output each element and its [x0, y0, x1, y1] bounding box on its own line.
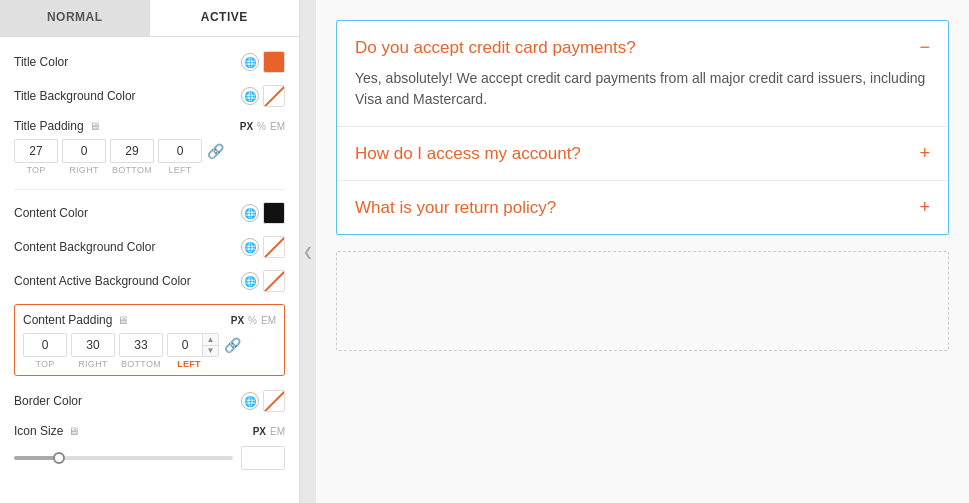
accordion-icon-1: − — [919, 37, 930, 58]
accordion-item-3: What is your return policy? + — [337, 181, 948, 234]
title-padding-monitor-icon: 🖥 — [89, 120, 100, 132]
icon-size-input[interactable] — [241, 446, 285, 470]
border-color-row: Border Color 🌐 — [14, 390, 285, 412]
icon-size-section: Icon Size 🖥 PX EM — [14, 424, 285, 470]
title-padding-bottom-input[interactable] — [110, 139, 154, 163]
icon-size-header: Icon Size 🖥 PX EM — [14, 424, 285, 438]
panel-content: Title Color 🌐 Title Background Color 🌐 T… — [0, 37, 299, 503]
border-color-controls: 🌐 — [241, 390, 285, 412]
divider-1 — [14, 189, 285, 190]
content-active-bg-color-label: Content Active Background Color — [14, 274, 241, 288]
accordion-title-3: What is your return policy? — [355, 198, 556, 218]
content-padding-left-input[interactable] — [168, 334, 202, 356]
title-bg-color-globe-icon[interactable]: 🌐 — [241, 87, 259, 105]
cp-bottom-label: BOTTOM — [119, 359, 163, 369]
tab-active[interactable]: ACTIVE — [150, 0, 300, 36]
title-bg-color-swatch[interactable] — [263, 85, 285, 107]
stepper-down-btn[interactable]: ▼ — [203, 345, 218, 357]
content-padding-unit-pct[interactable]: % — [248, 315, 257, 326]
title-padding-link-icon[interactable]: 🔗 — [206, 142, 224, 160]
content-padding-left-stepper[interactable]: ▲ ▼ — [167, 333, 219, 357]
title-color-swatch[interactable] — [263, 51, 285, 73]
cp-right-label: RIGHT — [71, 359, 115, 369]
content-padding-link-icon[interactable]: 🔗 — [223, 336, 241, 354]
title-padding-unit-em[interactable]: EM — [270, 121, 285, 132]
title-padding-left-input[interactable] — [158, 139, 202, 163]
content-bg-color-globe-icon[interactable]: 🌐 — [241, 238, 259, 256]
content-active-bg-color-swatch[interactable] — [263, 270, 285, 292]
title-bg-color-label: Title Background Color — [14, 89, 241, 103]
content-bg-color-swatch[interactable] — [263, 236, 285, 258]
icon-size-slider-thumb[interactable] — [53, 452, 65, 464]
accordion-header-2[interactable]: How do I access my account? + — [355, 143, 930, 164]
content-bg-color-row: Content Background Color 🌐 — [14, 236, 285, 258]
content-color-controls: 🌐 — [241, 202, 285, 224]
content-active-bg-color-globe-icon[interactable]: 🌐 — [241, 272, 259, 290]
right-panel: Do you accept credit card payments? − Ye… — [316, 0, 969, 503]
content-padding-monitor-icon: 🖥 — [117, 314, 128, 326]
content-active-bg-color-row: Content Active Background Color 🌐 — [14, 270, 285, 292]
title-padding-section: Title Padding 🖥 PX % EM 🔗 TOP RIGHT — [14, 119, 285, 175]
content-padding-unit-em[interactable]: EM — [261, 315, 276, 326]
title-padding-right-input[interactable] — [62, 139, 106, 163]
content-color-globe-icon[interactable]: 🌐 — [241, 204, 259, 222]
content-bg-color-label: Content Background Color — [14, 240, 241, 254]
icon-size-unit-em[interactable]: EM — [270, 426, 285, 437]
accordion-icon-3: + — [919, 197, 930, 218]
content-padding-label: Content Padding 🖥 — [23, 313, 231, 327]
icon-size-slider-fill — [14, 456, 58, 460]
icon-size-monitor-icon: 🖥 — [68, 425, 79, 437]
title-color-controls: 🌐 — [241, 51, 285, 73]
title-color-row: Title Color 🌐 — [14, 51, 285, 73]
content-color-label: Content Color — [14, 206, 241, 220]
content-bg-color-controls: 🌐 — [241, 236, 285, 258]
cp-top-label: TOP — [23, 359, 67, 369]
title-padding-header: Title Padding 🖥 PX % EM — [14, 119, 285, 133]
icon-size-slider-row — [14, 446, 285, 470]
accordion-header-1[interactable]: Do you accept credit card payments? − — [355, 37, 930, 58]
placeholder-box — [336, 251, 949, 351]
content-active-bg-color-controls: 🌐 — [241, 270, 285, 292]
accordion-icon-2: + — [919, 143, 930, 164]
title-padding-labels: TOP RIGHT BOTTOM LEFT — [14, 165, 285, 175]
content-padding-bottom-input[interactable] — [119, 333, 163, 357]
content-padding-right-input[interactable] — [71, 333, 115, 357]
icon-size-units: PX EM — [253, 426, 285, 437]
title-padding-inputs: 🔗 — [14, 139, 285, 163]
title-padding-unit-px[interactable]: PX — [240, 121, 253, 132]
title-padding-units: PX % EM — [240, 121, 285, 132]
content-padding-labels: TOP RIGHT BOTTOM LEFT — [23, 359, 276, 369]
content-padding-top-input[interactable] — [23, 333, 67, 357]
border-color-globe-icon[interactable]: 🌐 — [241, 392, 259, 410]
tab-bar: NORMAL ACTIVE — [0, 0, 299, 37]
bottom-label: BOTTOM — [110, 165, 154, 175]
content-padding-inputs: ▲ ▼ 🔗 — [23, 333, 276, 357]
accordion-header-3[interactable]: What is your return policy? + — [355, 197, 930, 218]
title-padding-unit-pct[interactable]: % — [257, 121, 266, 132]
accordion-title-1: Do you accept credit card payments? — [355, 38, 636, 58]
stepper-up-btn[interactable]: ▲ — [203, 334, 218, 345]
icon-size-label: Icon Size 🖥 — [14, 424, 253, 438]
title-bg-color-row: Title Background Color 🌐 — [14, 85, 285, 107]
accordion-container: Do you accept credit card payments? − Ye… — [336, 20, 949, 235]
top-label: TOP — [14, 165, 58, 175]
accordion-title-2: How do I access my account? — [355, 144, 581, 164]
content-padding-units: PX % EM — [231, 315, 276, 326]
collapse-icon: ❮ — [303, 245, 313, 259]
content-color-row: Content Color 🌐 — [14, 202, 285, 224]
title-color-label: Title Color — [14, 55, 241, 69]
title-bg-color-controls: 🌐 — [241, 85, 285, 107]
accordion-item-2: How do I access my account? + — [337, 127, 948, 181]
content-padding-header: Content Padding 🖥 PX % EM — [23, 313, 276, 327]
border-color-swatch[interactable] — [263, 390, 285, 412]
title-color-globe-icon[interactable]: 🌐 — [241, 53, 259, 71]
content-padding-unit-px[interactable]: PX — [231, 315, 244, 326]
title-padding-top-input[interactable] — [14, 139, 58, 163]
icon-size-slider-track[interactable] — [14, 456, 233, 460]
left-label: LEFT — [158, 165, 202, 175]
icon-size-unit-px[interactable]: PX — [253, 426, 266, 437]
content-color-swatch[interactable] — [263, 202, 285, 224]
accordion-item-1: Do you accept credit card payments? − Ye… — [337, 21, 948, 127]
collapse-handle[interactable]: ❮ — [300, 0, 316, 503]
tab-normal[interactable]: NORMAL — [0, 0, 150, 36]
